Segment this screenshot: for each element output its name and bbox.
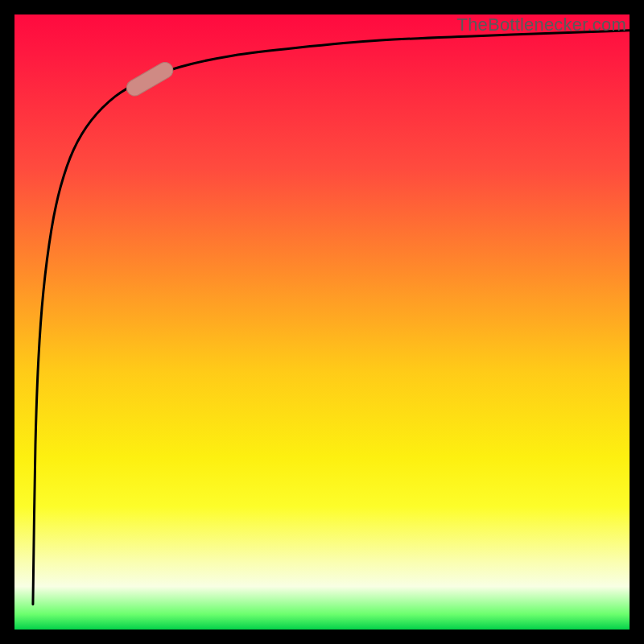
bottleneck-curve [33, 31, 630, 605]
frame-left [0, 0, 14, 644]
marker-pill [124, 60, 176, 99]
chart-svg [14, 14, 630, 630]
frame-right [630, 0, 644, 644]
watermark-text: TheBottlenecker.com [457, 14, 626, 35]
frame-bottom [0, 630, 644, 644]
frame-top [0, 0, 644, 14]
chart-canvas: TheBottlenecker.com [0, 0, 644, 644]
curve-marker [124, 60, 176, 99]
